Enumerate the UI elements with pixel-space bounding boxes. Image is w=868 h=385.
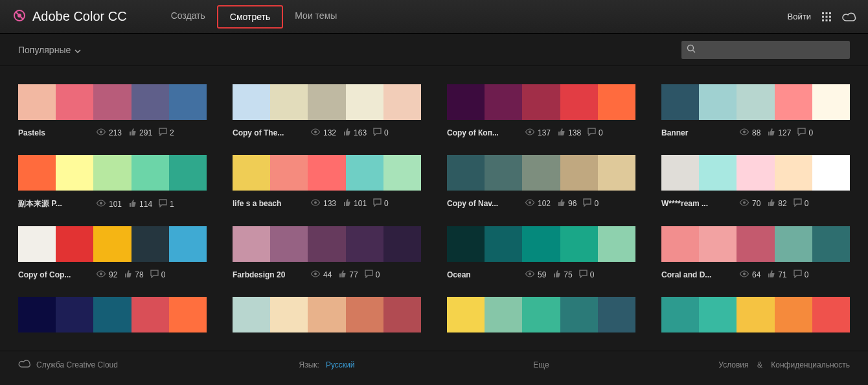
- comments-stat: 0: [150, 270, 166, 280]
- color-swatch: [737, 155, 774, 191]
- comments-stat-count: 0: [161, 270, 166, 279]
- color-swatch: [598, 155, 635, 191]
- footer-lang-value[interactable]: Русский: [326, 360, 355, 369]
- theme-card[interactable]: Copy of Cop...92780: [18, 226, 207, 280]
- theme-card[interactable]: [233, 297, 421, 332]
- theme-card[interactable]: Farbdesign 2044770: [233, 226, 421, 280]
- footer-more[interactable]: Еще: [533, 360, 549, 369]
- svg-point-20: [529, 202, 531, 204]
- apps-grid-icon[interactable]: [821, 12, 832, 22]
- theme-card[interactable]: Ocean59750: [447, 226, 635, 280]
- views-stat: 101: [96, 200, 122, 209]
- color-swatch: [56, 297, 93, 332]
- theme-card[interactable]: life s a beach1331010: [233, 155, 421, 209]
- theme-meta: Banner881270: [661, 128, 850, 138]
- views-stat-count: 92: [109, 270, 117, 279]
- color-swatch: [447, 155, 485, 191]
- search-icon: [687, 44, 696, 56]
- theme-card[interactable]: Banner881270: [661, 84, 850, 138]
- views-stat-count: 102: [538, 199, 551, 208]
- color-swatch: [699, 297, 737, 332]
- color-swatch: [598, 297, 635, 332]
- theme-card[interactable]: [661, 297, 850, 332]
- views-stat-count: 137: [538, 128, 551, 137]
- theme-card[interactable]: Copy of The...1321630: [233, 84, 421, 138]
- chevron-down-icon: [74, 45, 81, 55]
- comments-stat-icon: [579, 270, 588, 280]
- nav-item-0[interactable]: Создать: [159, 5, 217, 29]
- comments-stat-count: 2: [170, 128, 174, 137]
- footer-privacy[interactable]: Конфиденциальность: [771, 360, 850, 369]
- views-stat-icon: [739, 128, 749, 137]
- svg-rect-6: [822, 16, 824, 18]
- views-stat-icon: [525, 128, 535, 137]
- theme-card[interactable]: [447, 297, 635, 332]
- comments-stat-count: 1: [170, 200, 174, 209]
- svg-point-15: [314, 131, 317, 134]
- color-swatch: [447, 84, 485, 120]
- theme-title: Farbdesign 20: [233, 270, 304, 279]
- views-stat-count: 44: [323, 270, 332, 279]
- footer-cc-link[interactable]: Служба Creative Cloud: [36, 360, 118, 369]
- comments-stat-icon: [794, 270, 802, 280]
- views-stat-count: 64: [752, 270, 760, 279]
- color-swatch: [812, 297, 850, 332]
- theme-title: 副本来源 P...: [18, 198, 89, 209]
- comments-stat: 1: [159, 199, 174, 209]
- views-stat: 92: [96, 270, 117, 279]
- sort-dropdown[interactable]: Популярные: [18, 45, 81, 55]
- theme-title: Coral and D...: [661, 270, 733, 279]
- search-input[interactable]: [696, 45, 845, 54]
- swatch-row: [233, 155, 421, 191]
- theme-title: Ocean: [447, 270, 518, 279]
- theme-card[interactable]: Copy of Коп...1371380: [447, 84, 635, 138]
- nav-item-1[interactable]: Смотреть: [217, 5, 283, 29]
- color-swatch: [56, 155, 93, 191]
- login-link[interactable]: Войти: [788, 12, 811, 21]
- svg-line-2: [16, 12, 23, 19]
- color-swatch: [270, 226, 308, 262]
- color-swatch: [485, 297, 522, 332]
- theme-meta: Farbdesign 2044770: [233, 270, 421, 280]
- brand-title: Adobe Color CC: [32, 9, 127, 24]
- theme-title: Pastels: [18, 128, 89, 137]
- color-swatch: [383, 226, 421, 262]
- brand: Adobe Color CC: [12, 8, 127, 26]
- svg-point-21: [743, 202, 746, 204]
- svg-point-14: [100, 131, 102, 134]
- swatch-row: [661, 84, 850, 120]
- color-swatch: [233, 226, 270, 262]
- color-swatch: [308, 297, 345, 332]
- theme-card[interactable]: Pastels2132912: [18, 84, 207, 138]
- nav-item-2[interactable]: Мои темы: [283, 5, 348, 29]
- footer-lang-label: Язык:: [299, 360, 319, 369]
- color-swatch: [56, 84, 93, 120]
- footer-terms[interactable]: Условия: [718, 360, 748, 369]
- likes-stat: 163: [343, 128, 367, 138]
- theme-meta: Ocean59750: [447, 270, 635, 280]
- search-box[interactable]: [681, 41, 850, 59]
- header-right: Войти: [788, 12, 856, 22]
- theme-card[interactable]: W****ream ...70820: [661, 155, 850, 209]
- swatch-row: [661, 297, 850, 332]
- theme-card[interactable]: Copy of Nav...102960: [447, 155, 635, 209]
- theme-card[interactable]: [18, 297, 207, 332]
- creative-cloud-icon[interactable]: [842, 12, 856, 22]
- svg-point-25: [743, 273, 746, 275]
- color-swatch: [93, 226, 131, 262]
- swatch-row: [18, 84, 207, 120]
- theme-meta: life s a beach1331010: [233, 198, 421, 209]
- theme-card[interactable]: Coral and D...64710: [661, 226, 850, 280]
- color-swatch: [346, 226, 383, 262]
- svg-rect-5: [829, 12, 831, 14]
- likes-stat-icon: [128, 128, 137, 138]
- color-swatch: [485, 155, 522, 191]
- color-swatch: [661, 155, 699, 191]
- theme-meta: Copy of Cop...92780: [18, 270, 207, 280]
- likes-stat: 96: [557, 198, 577, 209]
- theme-card[interactable]: 副本来源 P...1011141: [18, 155, 207, 209]
- comments-stat-icon: [373, 198, 382, 209]
- color-swatch: [346, 84, 383, 120]
- svg-rect-8: [829, 16, 831, 18]
- comments-stat-count: 0: [805, 270, 809, 279]
